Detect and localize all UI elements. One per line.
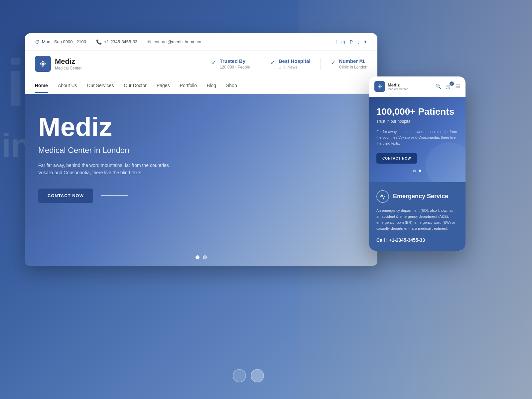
mobile-header: Mediz Medical Center 🔍 🛒 0 ☰ — [369, 76, 466, 97]
mobile-header-icons: 🔍 🛒 0 ☰ — [435, 83, 460, 89]
emergency-description: An emergency department (ED), also known… — [376, 207, 458, 232]
side-deco-i: i — [7, 50, 25, 116]
header-divider-2 — [321, 58, 321, 70]
emergency-header: Emergency Service — [376, 190, 458, 203]
clock-icon: ⏱ — [35, 39, 40, 45]
topbar-phone[interactable]: 📞 +1-2345-3455-33 — [96, 39, 137, 45]
mobile-hero: 100,000+ Patients Trust in our hospital … — [369, 97, 466, 182]
linkedin-icon[interactable]: in — [341, 39, 345, 45]
mobile-search-icon[interactable]: 🔍 — [435, 83, 442, 89]
emergency-icon — [376, 190, 389, 203]
mobile-logo[interactable]: Mediz Medical Center — [374, 81, 408, 92]
mobile-logo-icon — [374, 81, 385, 92]
header-divider-1 — [260, 58, 260, 70]
hero-content: Mediz Medical Center in London Far far a… — [25, 94, 211, 216]
hero-description: Far far away, behind the word mountains,… — [38, 162, 178, 177]
mobile-hero-title: 100,000+ Patients — [376, 107, 458, 117]
check-icon-1: ✓ — [211, 59, 216, 66]
pinterest-icon[interactable]: P — [350, 39, 353, 45]
phone-icon: 📞 — [96, 39, 102, 45]
bottom-decorative-dots — [233, 369, 264, 382]
badge-trusted: ✓ Trusted By 120,000+ People — [211, 58, 250, 70]
bottom-dot-2 — [251, 369, 264, 382]
topbar-social: f in P t ✦ — [335, 39, 367, 45]
header-badges: ✓ Trusted By 120,000+ People ✓ Best Hosp… — [211, 58, 367, 70]
hero-title: Mediz — [38, 114, 198, 140]
nav-pages[interactable]: Pages — [157, 78, 170, 93]
mobile-hero-bg — [426, 142, 466, 182]
contact-now-button[interactable]: CONTACT NOW — [38, 189, 93, 203]
twitter-icon[interactable]: t — [357, 39, 359, 45]
mobile-dot-2[interactable] — [419, 170, 421, 172]
facebook-icon[interactable]: f — [335, 39, 337, 45]
desktop-window: ⏱ Mon - Sun 0900 - 2100 📞 +1-2345-3455-3… — [25, 33, 377, 266]
hero-dots — [196, 255, 207, 259]
mail-icon: ✉ — [147, 39, 151, 45]
instagram-icon[interactable]: ✦ — [363, 39, 367, 45]
hero-dot-1[interactable] — [196, 255, 200, 259]
hero-section: Mediz Medical Center in London Far far a… — [25, 94, 377, 266]
svg-point-1 — [42, 63, 44, 65]
cart-count: 0 — [450, 81, 454, 86]
nav-portfolio[interactable]: Portfolio — [180, 78, 197, 93]
emergency-card: Emergency Service An emergency departmen… — [369, 182, 466, 251]
svg-point-3 — [379, 86, 380, 87]
check-icon-3: ✓ — [331, 59, 336, 66]
nav-blog[interactable]: Blog — [207, 78, 216, 93]
nav-items: Home About Us Our Services Our Doctor Pa… — [35, 78, 237, 93]
topbar-email[interactable]: ✉ contact@mediztheme.co — [147, 39, 201, 45]
mobile-contact-button[interactable]: CONTACT NOW — [376, 153, 417, 164]
nav-about[interactable]: About Us — [58, 78, 77, 93]
badge-number-one: ✓ Number #1 Clinic in London — [331, 58, 367, 70]
mobile-hero-subtitle: Trust in our hospital — [376, 119, 458, 124]
topbar-left: ⏱ Mon - Sun 0900 - 2100 📞 +1-2345-3455-3… — [35, 39, 201, 45]
nav-doctor[interactable]: Our Doctor — [124, 78, 146, 93]
hero-subtitle: Medical Center in London — [38, 146, 198, 155]
emergency-call[interactable]: Call : +1-2345-3455-33 — [376, 237, 458, 243]
mobile-cart-icon[interactable]: 🛒 0 — [446, 83, 452, 89]
logo-text: Mediz Medical Center — [55, 57, 82, 70]
bottom-dot-1 — [233, 369, 246, 382]
topbar-hours: ⏱ Mon - Sun 0900 - 2100 — [35, 39, 86, 45]
nav-services[interactable]: Our Services — [87, 78, 114, 93]
header: Mediz Medical Center ✓ Trusted By 120,00… — [25, 51, 377, 77]
mobile-dot-1[interactable] — [413, 170, 416, 172]
emergency-title: Emergency Service — [393, 193, 448, 200]
topbar: ⏱ Mon - Sun 0900 - 2100 📞 +1-2345-3455-3… — [25, 33, 377, 51]
navbar: Home About Us Our Services Our Doctor Pa… — [25, 77, 377, 94]
logo[interactable]: Mediz Medical Center — [35, 56, 82, 72]
mobile-window: Mediz Medical Center 🔍 🛒 0 ☰ 100,000+ Pa… — [369, 76, 466, 251]
mobile-menu-icon[interactable]: ☰ — [456, 83, 460, 89]
hero-actions: CONTACT NOW — [38, 189, 198, 203]
logo-icon — [35, 56, 51, 72]
hero-dot-2[interactable] — [203, 255, 207, 259]
nav-shop[interactable]: Shop — [226, 78, 237, 93]
badge-best-hospital: ✓ Best Hospital U.K. News — [270, 58, 311, 70]
check-icon-2: ✓ — [270, 59, 275, 66]
nav-home[interactable]: Home — [35, 78, 48, 93]
hero-decorative-line — [101, 195, 128, 196]
